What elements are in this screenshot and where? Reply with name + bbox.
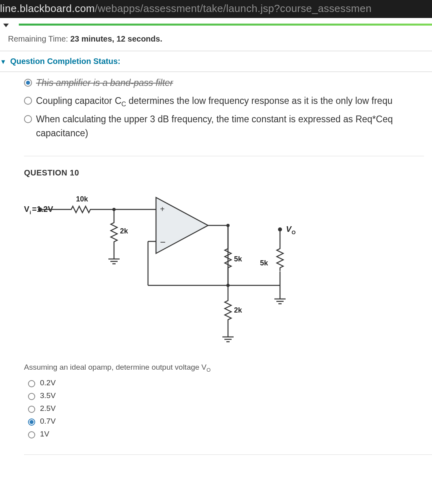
answer-list: 0.2V 3.5V 2.5V 0.7V 1V — [28, 378, 432, 438]
answer-label: 0.2V — [40, 378, 56, 387]
radio-icon[interactable] — [24, 115, 32, 123]
radio-icon[interactable] — [28, 406, 35, 413]
dropdown-caret-icon[interactable] — [3, 24, 9, 27]
answer-label: 0.7V — [40, 417, 56, 426]
answer-label: 2.5V — [40, 404, 56, 413]
circuit-diagram: V i =1.2V 10k 2k + − — [24, 185, 432, 351]
question-prompt: Assuming an ideal opamp, determine outpu… — [24, 363, 432, 373]
chevron-down-icon: ▼ — [0, 58, 6, 66]
radio-icon[interactable] — [28, 418, 35, 426]
option-text: This amplifier is a band-pass filter — [36, 76, 173, 90]
completion-status-toggle[interactable]: ▼ Question Completion Status: — [0, 51, 432, 72]
option-text: When calculating the upper 3 dB frequenc… — [36, 112, 432, 140]
svg-point-36 — [278, 227, 282, 231]
url-host: line.blackboard.com — [0, 2, 95, 14]
answer-label: 3.5V — [40, 391, 56, 400]
svg-text:5k: 5k — [234, 255, 242, 263]
radio-icon[interactable] — [28, 380, 35, 387]
progress-bar — [19, 24, 432, 26]
radio-icon[interactable] — [28, 431, 35, 438]
answer-option-4[interactable]: 0.7V — [28, 417, 432, 426]
timer-row: Remaining Time: 23 minutes, 12 seconds. — [0, 27, 432, 51]
svg-text:V: V — [24, 205, 30, 213]
timer-label: Remaining Time: — [8, 34, 68, 43]
radio-icon[interactable] — [24, 79, 32, 87]
svg-text:V: V — [286, 225, 292, 233]
answer-option-2[interactable]: 3.5V — [28, 391, 432, 400]
answer-option-1[interactable]: 0.2V — [28, 378, 432, 387]
answer-option-5[interactable]: 1V — [28, 430, 432, 438]
divider — [24, 454, 432, 455]
question-header: QUESTION 10 — [24, 168, 432, 177]
radio-icon[interactable] — [24, 97, 32, 105]
svg-text:5k: 5k — [260, 259, 268, 267]
completion-status-label: Question Completion Status: — [10, 57, 120, 66]
divider — [24, 156, 424, 156]
answer-label: 1V — [40, 430, 49, 438]
option-text: Coupling capacitor CC determines the low… — [36, 94, 392, 109]
svg-text:+: + — [160, 205, 165, 213]
svg-text:2k: 2k — [120, 227, 128, 235]
answer-option-3[interactable]: 2.5V — [28, 404, 432, 413]
timer-value: 23 minutes, 12 seconds. — [70, 34, 162, 43]
svg-text:−: − — [160, 237, 166, 247]
prev-option-1[interactable]: This amplifier is a band-pass filter — [24, 76, 432, 90]
prev-option-3[interactable]: When calculating the upper 3 dB frequenc… — [24, 112, 432, 140]
url-path: /webapps/assessment/take/launch.jsp?cour… — [95, 2, 372, 14]
svg-text:i: i — [30, 209, 31, 215]
svg-text:10k: 10k — [76, 195, 88, 203]
prev-option-2[interactable]: Coupling capacitor CC determines the low… — [24, 94, 432, 109]
svg-text:2k: 2k — [234, 306, 242, 314]
browser-url-bar[interactable]: line.blackboard.com/webapps/assessment/t… — [0, 0, 432, 18]
radio-icon[interactable] — [28, 393, 35, 400]
svg-text:O: O — [292, 229, 296, 235]
